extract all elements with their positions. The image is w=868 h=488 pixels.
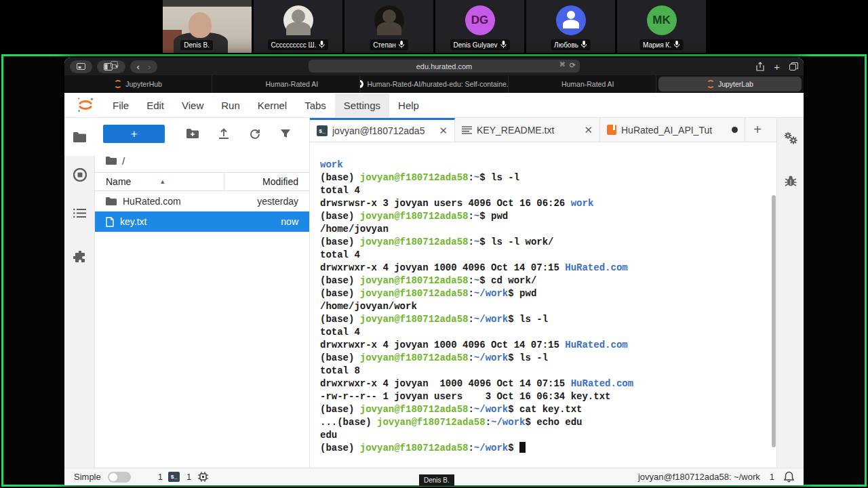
hurated-favicon [254,80,262,88]
filter-icon [280,129,291,138]
browser-tab[interactable]: JupyterHub [64,75,212,93]
participant-strip: Denis B.Cccccccccc Ш.СтепанDGDenis Gulya… [163,0,705,53]
sort-asc-icon: ▲ [159,178,165,185]
right-activity-bar [776,118,804,468]
tabs-overview-icon[interactable] [789,62,798,70]
terminal-badge-icon: $_ [168,472,180,482]
menu-kernel[interactable]: Kernel [249,94,296,117]
file-browser-toolbar: + [95,118,309,149]
browser-tab[interactable]: JupyterLab [656,75,804,93]
terminal-line: total 4 [320,326,633,339]
translate-icon[interactable]: ⌘ [559,61,566,70]
terminal-line: -rw-r--r-- 1 jovyan users 3 Oct 16 06:34… [320,390,633,403]
dock-tab-label: HuRated_AI_API_Tut [621,125,712,136]
participant-tile[interactable]: Степан [344,0,433,53]
file-row[interactable]: HuRated.comyesterday [95,191,309,211]
share-icon[interactable] [756,62,764,71]
participant-tile[interactable]: Denis B. [163,0,252,53]
running-sessions-tab[interactable] [64,156,95,194]
avatar [283,5,313,35]
browser-tab-label: Human-Rated AI [561,80,614,88]
mic-icon [581,41,587,49]
jupyterlab-menubar: FileEditViewRunKernelTabsSettingsHelp [64,93,804,118]
new-launcher-button[interactable]: + [103,125,165,143]
browser-tab-label: JupyterLab [718,80,753,88]
tab-overview-button[interactable] [70,60,92,73]
back-button[interactable]: ‹ [137,62,140,72]
terminal-line: drwxrwxr-x 4 jovyan 1000 4096 Oct 14 07:… [320,339,633,352]
upload-button[interactable] [208,123,239,144]
nav-buttons: ‹ › [130,60,158,73]
column-modified[interactable]: Modified [224,173,298,190]
forward-button[interactable]: › [148,62,151,72]
bell-icon[interactable] [784,471,794,483]
file-row[interactable]: key.txtnow [95,211,309,232]
browser-tab[interactable]: Human-Rated AI [509,75,656,93]
participant-tile[interactable]: MKМария К. [617,0,706,53]
text-file-icon [462,126,472,134]
terminal-line: (base) jovyan@f180712ada58:~/work$ [320,442,633,455]
close-tab-icon[interactable]: ✕ [584,124,593,136]
menu-edit[interactable]: Edit [138,94,173,117]
dock-tab[interactable]: HuRated_AI_API_Tut [600,118,745,142]
avatar: MK [647,5,677,35]
table-of-contents-tab[interactable] [64,194,95,232]
safari-window: ▾ ‹ › edu.hurated.com ⌘ ⟳ + Ju [64,58,804,485]
terminal-line: (base) jovyan@f180712ada58:~$ pwd [320,210,633,223]
reader-icon[interactable] [111,61,118,68]
column-name[interactable]: Name ▲ [106,176,224,187]
menu-settings[interactable]: Settings [335,94,389,117]
upload-icon [218,128,229,139]
new-tab-button[interactable]: + [745,118,770,142]
folder-icon [106,197,117,205]
file-name: HuRated.com [123,196,181,207]
terminal-line: drwsrwsr-x 3 jovyan users 4096 Oct 16 06… [320,197,633,210]
dock-tab-label: jovyan@f180712ada5 [332,125,425,136]
filter-button[interactable] [270,123,301,144]
participant-tile[interactable]: DGDenis Gulyaev [435,0,524,53]
close-tab-icon[interactable]: ✕ [439,125,448,137]
terminal-line: /home/jovyan/work [320,300,633,313]
terminal-line: drwxrwxr-x 4 jovyan 1000 4096 Oct 14 07:… [320,262,633,274]
new-folder-button[interactable] [177,123,208,144]
property-inspector-tab[interactable] [783,131,798,145]
refresh-button[interactable] [239,123,271,144]
dock-tab[interactable]: $_jovyan@f180712ada5✕ [310,118,455,142]
browser-tab-label: JupyterHub [125,80,162,88]
terminal-pane[interactable]: work(base) jovyan@f180712ada58:~$ ls -lt… [310,142,776,468]
terminal-line: total 4 [320,184,633,197]
address-bar[interactable]: edu.hurated.com ⌘ ⟳ [309,60,580,73]
terminal-scrollbar[interactable] [772,195,776,447]
home-folder-icon [106,157,117,165]
menu-file[interactable]: File [104,94,138,117]
kernel-count: 1 [186,472,191,482]
new-folder-icon [186,129,199,138]
breadcrumb[interactable]: / [95,149,309,172]
participant-tile[interactable]: Любовь [526,0,615,53]
debugger-tab[interactable] [785,175,797,187]
zoom-meeting-screen: Denis B.Cccccccccc Ш.СтепанDGDenis Gulya… [0,0,868,488]
unsaved-dot-icon[interactable] [732,127,738,133]
file-modified: yesterday [257,196,298,207]
file-browser-tab[interactable] [64,118,95,156]
new-tab-icon[interactable]: + [774,61,780,73]
browser-tab[interactable]: Human-Rated-AI/hurated-edu: Self-contain… [360,75,508,93]
hurated-favicon [550,80,558,88]
refresh-icon [250,128,260,139]
menu-view[interactable]: View [173,94,212,117]
terminal-icon: $_ [317,125,328,136]
menu-help[interactable]: Help [389,94,428,117]
reload-icon[interactable]: ⟳ [570,61,576,70]
menu-tabs[interactable]: Tabs [296,94,335,117]
terminal-line: (base) jovyan@f180712ada58:~/work$ cat k… [320,403,633,416]
terminal-line: total 4 [320,249,633,262]
menu-run[interactable]: Run [212,94,249,117]
extension-manager-tab[interactable] [64,239,95,277]
dock-tab[interactable]: KEY_README.txt✕ [455,118,600,142]
jupyterlab-app: FileEditViewRunKernelTabsSettingsHelp [64,93,804,485]
simple-mode-toggle[interactable] [108,472,131,483]
participant-tile[interactable]: Cccccccccc Ш. [254,0,342,53]
github-favicon [360,80,363,88]
browser-tab[interactable]: Human-Rated AI [212,75,360,93]
mic-icon [500,41,507,49]
